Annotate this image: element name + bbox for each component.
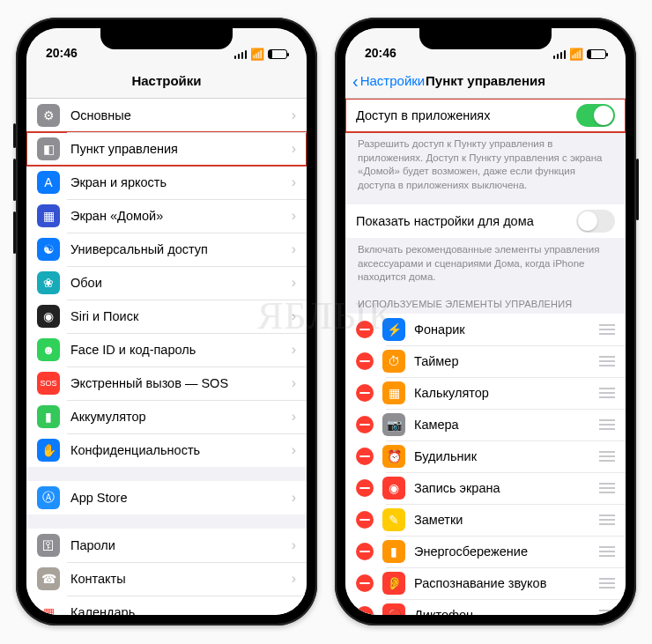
row-label: Доступ в приложениях — [356, 108, 490, 122]
home-screen-icon: ▦ — [37, 204, 60, 227]
row-label: Показать настройки для дома — [356, 214, 534, 228]
control-label: Таймер — [414, 354, 458, 368]
chevron-right-icon: › — [292, 308, 296, 324]
wifi-icon: 📶 — [569, 48, 583, 60]
contacts-icon: ☎ — [37, 567, 60, 590]
chevron-right-icon: › — [292, 241, 296, 257]
toggle-home-suggestions[interactable] — [576, 210, 615, 233]
settings-row-control-center[interactable]: ◧Пункт управления› — [26, 132, 307, 166]
remove-button[interactable] — [356, 606, 374, 615]
drag-handle-icon[interactable] — [599, 610, 615, 615]
drag-handle-icon[interactable] — [599, 483, 615, 493]
control-row-timer[interactable]: ⏱Таймер — [345, 345, 626, 377]
chevron-right-icon: › — [292, 409, 296, 425]
drag-handle-icon[interactable] — [599, 356, 615, 366]
control-row-notes[interactable]: ✎Заметки — [345, 504, 626, 536]
drag-handle-icon[interactable] — [599, 546, 615, 557]
soundrec-icon: 👂 — [382, 572, 405, 595]
drag-handle-icon[interactable] — [599, 324, 615, 335]
chevron-right-icon: › — [292, 208, 296, 224]
remove-button[interactable] — [356, 384, 374, 402]
settings-row-home-screen[interactable]: ▦Экран «Домой»› — [26, 199, 307, 233]
control-row-lowpower[interactable]: ▮Энергосбережение — [345, 536, 626, 567]
control-row-camera[interactable]: 📷Камера — [345, 409, 626, 440]
drag-handle-icon[interactable] — [599, 451, 615, 462]
control-row-flashlight[interactable]: ⚡Фонарик — [345, 314, 626, 345]
alarm-icon: ⏰ — [382, 445, 405, 468]
chevron-left-icon: ‹ — [352, 72, 359, 90]
remove-button[interactable] — [356, 479, 374, 497]
chevron-right-icon: › — [292, 275, 296, 291]
control-row-voicememo[interactable]: 🔴Диктофон — [345, 599, 626, 615]
privacy-icon: ✋ — [37, 439, 60, 462]
footer-home-suggestions: Включать рекомендованные элементы управл… — [345, 238, 626, 286]
control-row-calculator[interactable]: ▦Калькулятор — [345, 377, 626, 409]
settings-row-wallpaper[interactable]: ❀Обои› — [26, 266, 307, 300]
settings-row-siri[interactable]: ◉Siri и Поиск› — [26, 300, 307, 333]
navbar-right: ‹ Настройки Пункт управления — [345, 63, 626, 99]
drag-handle-icon[interactable] — [599, 419, 615, 430]
flashlight-icon: ⚡ — [382, 318, 405, 341]
back-button[interactable]: ‹ Настройки — [352, 63, 425, 98]
control-label: Энергосбережение — [414, 544, 528, 559]
control-label: Диктофон — [414, 608, 473, 615]
drag-handle-icon[interactable] — [599, 578, 615, 588]
remove-button[interactable] — [356, 416, 374, 433]
settings-row-appstore[interactable]: ⒶApp Store› — [26, 481, 307, 514]
settings-row-faceid[interactable]: ☻Face ID и код-пароль› — [26, 333, 307, 366]
remove-button[interactable] — [356, 543, 374, 560]
battery-icon: ▮ — [37, 405, 60, 428]
control-row-soundrec[interactable]: 👂Распознавание звуков — [345, 567, 626, 599]
remove-button[interactable] — [356, 448, 374, 465]
row-access-in-apps[interactable]: Доступ в приложениях — [345, 99, 626, 132]
chevron-right-icon: › — [292, 442, 296, 458]
drag-handle-icon[interactable] — [599, 514, 615, 525]
battery-icon — [268, 49, 287, 59]
control-label: Заметки — [414, 513, 463, 527]
settings-row-calendar[interactable]: ▦Календарь› — [26, 596, 307, 615]
row-label: App Store — [70, 491, 128, 505]
settings-row-contacts[interactable]: ☎Контакты› — [26, 562, 307, 596]
control-center-settings[interactable]: Доступ в приложениях Разрешить доступ к … — [345, 99, 626, 615]
phone-right: 20:46 📶 ‹ Настройки Пункт управления Дос… — [335, 18, 636, 625]
remove-button[interactable] — [356, 352, 374, 370]
control-label: Будильник — [414, 449, 477, 463]
footer-access-in-apps: Разрешить доступ к Пункту управления в п… — [345, 132, 626, 194]
control-row-screenrec[interactable]: ◉Запись экрана — [345, 472, 626, 504]
remove-button[interactable] — [356, 321, 374, 338]
settings-row-sos[interactable]: SOSЭкстренный вызов — SOS› — [26, 366, 307, 400]
phone-left: 20:46 📶 Настройки ⚙Основные›◧Пункт управ… — [16, 18, 317, 625]
control-row-alarm[interactable]: ⏰Будильник — [345, 440, 626, 472]
settings-row-passwords[interactable]: ⚿Пароли› — [26, 529, 307, 562]
status-time: 20:46 — [365, 46, 396, 60]
settings-row-privacy[interactable]: ✋Конфиденциальность› — [26, 433, 307, 467]
row-label: Универсальный доступ — [70, 242, 208, 256]
row-label: Обои — [70, 276, 102, 290]
remove-button[interactable] — [356, 511, 374, 529]
toggle-access-in-apps[interactable] — [576, 104, 615, 127]
settings-row-display[interactable]: AЭкран и яркость› — [26, 166, 307, 199]
row-label: Основные — [70, 108, 131, 122]
passwords-icon: ⚿ — [37, 534, 60, 557]
control-label: Запись экрана — [414, 481, 500, 495]
general-icon: ⚙ — [37, 104, 60, 127]
signal-icon — [553, 50, 567, 59]
remove-button[interactable] — [356, 574, 374, 592]
timer-icon: ⏱ — [382, 350, 405, 373]
control-label: Распознавание звуков — [414, 576, 546, 590]
settings-row-battery[interactable]: ▮Аккумулятор› — [26, 400, 307, 433]
control-label: Фонарик — [414, 322, 465, 337]
chevron-right-icon: › — [292, 604, 296, 615]
settings-row-accessibility[interactable]: ☯Универсальный доступ› — [26, 233, 307, 266]
settings-row-general[interactable]: ⚙Основные› — [26, 99, 307, 132]
row-label: Экстренный вызов — SOS — [70, 376, 228, 390]
row-home-suggestions[interactable]: Показать настройки для дома — [345, 204, 626, 238]
chevron-right-icon: › — [292, 571, 296, 587]
settings-list[interactable]: ⚙Основные›◧Пункт управления›AЭкран и ярк… — [26, 99, 307, 615]
accessibility-icon: ☯ — [37, 238, 60, 261]
control-center-icon: ◧ — [37, 137, 60, 160]
signal-icon — [234, 50, 248, 59]
chevron-right-icon: › — [292, 141, 296, 157]
row-label: Контакты — [70, 572, 126, 586]
drag-handle-icon[interactable] — [599, 388, 615, 398]
